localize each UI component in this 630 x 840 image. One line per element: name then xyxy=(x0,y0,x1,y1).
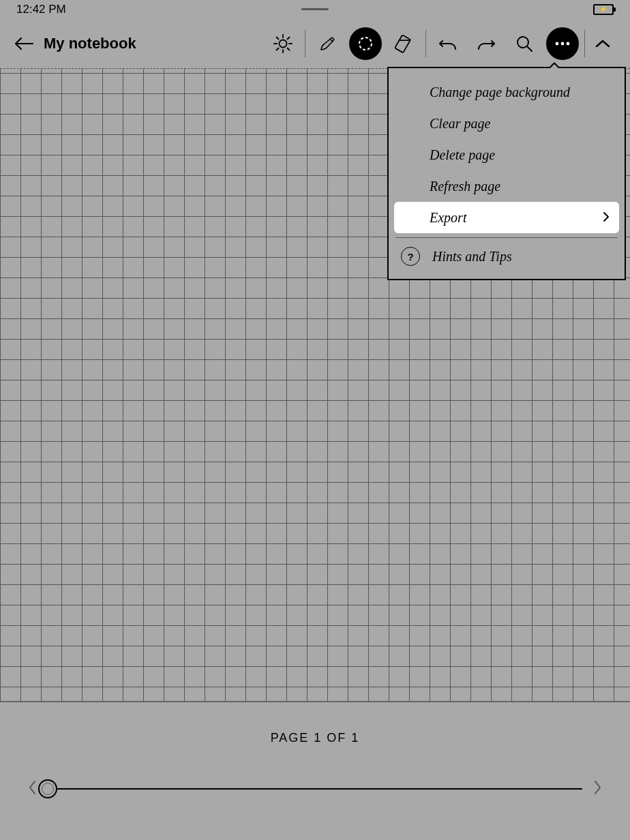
menu-item-refresh-page[interactable]: Refresh page xyxy=(394,170,619,202)
menu-item-label: Change page background xyxy=(430,85,570,100)
redo-icon xyxy=(476,35,496,52)
chevron-left-icon xyxy=(27,779,37,796)
menu-item-clear-page[interactable]: Clear page xyxy=(394,108,619,139)
pen-icon xyxy=(317,33,338,54)
page-indicator: PAGE 1 OF 1 xyxy=(271,731,360,745)
notebook-title[interactable]: My notebook xyxy=(44,35,136,52)
svg-line-6 xyxy=(288,48,290,50)
menu-item-delete-page[interactable]: Delete page xyxy=(394,139,619,170)
svg-line-7 xyxy=(277,48,279,50)
drag-handle[interactable] xyxy=(301,8,329,10)
toolbar: My notebook xyxy=(0,19,630,68)
page-slider-track[interactable] xyxy=(48,788,582,790)
help-icon: ? xyxy=(401,247,420,266)
svg-line-13 xyxy=(527,46,532,51)
arrow-left-icon xyxy=(14,35,34,52)
menu-item-export[interactable]: Export xyxy=(394,202,619,233)
chevron-right-icon xyxy=(593,779,603,796)
menu-item-hints-tips[interactable]: ? Hints and Tips xyxy=(394,241,619,272)
previous-page-button[interactable] xyxy=(27,779,37,798)
status-bar: 12:42 PM ⚡ xyxy=(0,0,630,19)
menu-item-label: Export xyxy=(430,210,466,226)
svg-point-0 xyxy=(280,40,287,48)
menu-item-label: Hints and Tips xyxy=(432,249,512,265)
divider xyxy=(305,30,305,57)
page-slider xyxy=(0,779,630,798)
svg-point-9 xyxy=(359,38,372,50)
more-menu-button[interactable] xyxy=(546,27,579,60)
menu-item-change-background[interactable]: Change page background xyxy=(394,76,619,108)
back-button[interactable] xyxy=(14,25,34,63)
brightness-icon xyxy=(273,33,293,54)
divider xyxy=(584,30,585,57)
eraser-icon xyxy=(394,34,413,53)
clock: 12:42 PM xyxy=(16,3,66,16)
undo-icon xyxy=(438,35,458,52)
chevron-up-icon xyxy=(595,39,610,48)
bottom-bar: PAGE 1 OF 1 xyxy=(0,702,630,840)
svg-point-15 xyxy=(561,42,565,46)
svg-line-8 xyxy=(288,38,290,40)
lasso-icon xyxy=(355,33,376,54)
search-button[interactable] xyxy=(505,25,543,63)
undo-button[interactable] xyxy=(429,25,467,63)
menu-item-label: Refresh page xyxy=(430,179,500,194)
collapse-button[interactable] xyxy=(588,25,618,63)
search-icon xyxy=(515,34,534,53)
svg-point-16 xyxy=(567,42,570,46)
page-slider-thumb[interactable] xyxy=(38,779,57,798)
chevron-right-icon xyxy=(603,210,610,226)
menu-divider xyxy=(395,237,618,238)
brightness-button[interactable] xyxy=(264,25,302,63)
divider xyxy=(425,30,426,57)
menu-item-label: Clear page xyxy=(430,116,490,132)
next-page-button[interactable] xyxy=(593,779,603,798)
redo-button[interactable] xyxy=(467,25,505,63)
svg-point-14 xyxy=(556,42,559,46)
svg-rect-10 xyxy=(395,35,410,52)
menu-item-label: Delete page xyxy=(430,147,495,163)
more-menu: Change page background Clear page Delete… xyxy=(387,67,626,280)
pen-tool-button[interactable] xyxy=(308,25,346,63)
lasso-tool-button[interactable] xyxy=(349,27,382,60)
svg-line-5 xyxy=(277,38,279,40)
battery-charging-icon: ⚡ xyxy=(593,4,614,15)
more-icon xyxy=(554,40,571,47)
eraser-tool-button[interactable] xyxy=(385,25,423,63)
